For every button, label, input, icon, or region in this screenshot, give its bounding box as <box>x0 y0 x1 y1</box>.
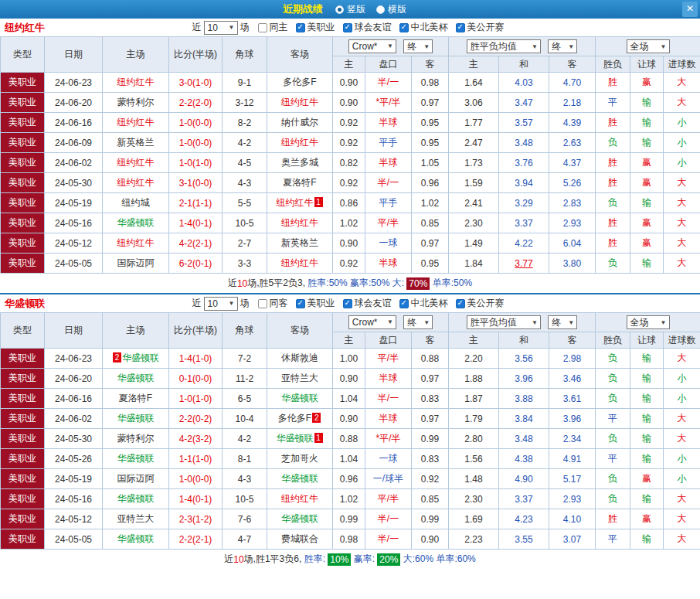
checkbox-icon[interactable] <box>258 23 267 32</box>
ah-home-odds: 0.92 <box>333 173 365 193</box>
team-name: 纽约红牛 <box>5 21 45 35</box>
final-odds-select-2[interactable]: 终▼ <box>548 39 577 53</box>
ah-away-odds: 0.97 <box>412 409 449 429</box>
match-row: 美职业24-06-20华盛顿联0-1(0-0)11-2亚特兰大0.90半球0.9… <box>1 369 700 389</box>
home-team-cell: 纽约红牛 <box>103 173 169 193</box>
away-team-link[interactable]: 纳什威尔 <box>281 117 318 128</box>
away-team-link[interactable]: 纽约红牛 <box>281 137 318 148</box>
checkbox-icon[interactable] <box>343 299 352 308</box>
home-team-link[interactable]: 华盛顿联 <box>117 217 155 228</box>
ah-away-odds: 0.99 <box>412 429 449 449</box>
home-team-link[interactable]: 华盛顿联 <box>117 453 155 464</box>
ah-away-odds: 0.83 <box>412 449 449 469</box>
col-odds-draw: 和 <box>499 56 549 73</box>
bookmaker-select[interactable]: Crow*▼ <box>348 39 396 53</box>
filter-checkbox[interactable]: 同主 <box>258 21 288 34</box>
odds-1x2-away: 2.83 <box>549 193 596 213</box>
away-team-link[interactable]: 纽约红牛 <box>281 217 318 228</box>
red-card-badge: 1 <box>314 197 323 207</box>
away-team-link[interactable]: 纽约红牛 <box>281 493 318 504</box>
home-team-link[interactable]: 国际迈阿 <box>117 473 155 484</box>
away-team-link[interactable]: 多伦多F <box>278 413 311 424</box>
filter-checkbox[interactable]: 美公开赛 <box>456 297 505 310</box>
checkbox-icon[interactable] <box>456 23 465 32</box>
home-team-cell: 纽约红牛 <box>103 73 169 93</box>
away-team-link[interactable]: 休斯敦迪 <box>281 352 318 363</box>
away-team-link[interactable]: 芝加哥火 <box>281 453 318 464</box>
match-date: 24-05-05 <box>45 254 103 274</box>
home-team-link[interactable]: 夏洛特F <box>119 393 152 403</box>
checkbox-icon[interactable] <box>399 23 409 32</box>
home-team-cell: 国际迈阿 <box>103 254 169 274</box>
filter-checkbox[interactable]: 同客 <box>258 297 288 310</box>
final-odds-select[interactable]: 终▼ <box>403 39 433 53</box>
close-button[interactable]: ✕ <box>682 2 698 17</box>
filter-checkbox[interactable]: 中北美杯 <box>399 297 448 310</box>
checkbox-icon[interactable] <box>343 23 352 32</box>
col-home: 主场 <box>103 313 169 349</box>
filter-checkbox[interactable]: 美职业 <box>296 297 335 310</box>
recent-count-select[interactable]: 10▼ <box>204 297 238 311</box>
away-team-link[interactable]: 华盛顿联 <box>281 513 318 524</box>
home-team-link[interactable]: 华盛顿联 <box>122 352 159 363</box>
away-team-cell: 华盛顿联 <box>267 509 333 529</box>
filter-checkbox[interactable]: 美职业 <box>296 21 335 34</box>
summary-segment: 10 <box>233 554 243 565</box>
home-team-cell: 华盛顿联 <box>103 213 169 233</box>
home-team-link[interactable]: 新英格兰 <box>117 137 155 148</box>
match-row: 美职业24-06-232华盛顿联1-4(1-0)7-2休斯敦迪1.00平/半0.… <box>1 349 700 369</box>
home-team-link[interactable]: 华盛顿联 <box>117 373 155 383</box>
scope-select[interactable]: 全场▼ <box>627 315 670 329</box>
home-team-link[interactable]: 纽约城 <box>122 197 150 208</box>
ah-home-odds: 0.82 <box>333 153 365 173</box>
away-team-link[interactable]: 华盛顿联 <box>277 433 314 444</box>
away-team-link[interactable]: 费城联合 <box>281 533 318 544</box>
home-team-link[interactable]: 华盛顿联 <box>117 493 155 504</box>
checkbox-icon[interactable] <box>296 299 305 308</box>
checkbox-icon[interactable] <box>258 299 267 308</box>
filter-checkbox[interactable]: 中北美杯 <box>399 21 448 34</box>
final-odds-select[interactable]: 终▼ <box>403 315 433 329</box>
home-team-link[interactable]: 纽约红牛 <box>117 157 155 168</box>
scope-select[interactable]: 全场▼ <box>627 39 670 53</box>
away-team-link[interactable]: 夏洛特F <box>283 177 316 188</box>
odds-average-select[interactable]: 胜平负均值▼ <box>467 39 541 53</box>
match-score: 3-1(0-0) <box>169 173 223 193</box>
home-team-link[interactable]: 纽约红牛 <box>117 177 155 188</box>
home-team-link[interactable]: 蒙特利尔 <box>117 97 155 107</box>
odds-1x2-away: 2.63 <box>549 133 596 153</box>
home-team-link[interactable]: 华盛顿联 <box>117 533 155 544</box>
away-team-link[interactable]: 亚特兰大 <box>281 373 318 383</box>
away-team-link[interactable]: 奥兰多城 <box>281 157 318 168</box>
away-team-link[interactable]: 纽约红牛 <box>281 257 318 268</box>
layout-radio-vertical[interactable]: 竖版 <box>335 3 365 16</box>
away-team-link[interactable]: 纽约红牛 <box>277 197 314 208</box>
filter-checkbox[interactable]: 美公开赛 <box>456 21 505 34</box>
checkbox-icon[interactable] <box>456 299 465 308</box>
ah-away-odds: 0.99 <box>412 509 449 529</box>
checkbox-icon[interactable] <box>296 23 305 32</box>
home-team-link[interactable]: 纽约红牛 <box>117 237 155 248</box>
home-team-link[interactable]: 纽约红牛 <box>117 117 155 128</box>
col-ah-home: 主 <box>333 332 365 349</box>
away-team-link[interactable]: 纽约红牛 <box>281 97 318 107</box>
final-odds-select-2[interactable]: 终▼ <box>548 315 577 329</box>
result-cell: 负 <box>596 489 630 509</box>
recent-count-select[interactable]: 10▼ <box>204 21 238 35</box>
home-team-link[interactable]: 亚特兰大 <box>117 513 155 524</box>
odds-average-select[interactable]: 胜平负均值▼ <box>467 315 541 329</box>
home-team-link[interactable]: 华盛顿联 <box>117 413 155 424</box>
filter-checkbox[interactable]: 球会友谊 <box>343 21 392 34</box>
bookmaker-select[interactable]: Crow*▼ <box>348 315 396 329</box>
handicap-cell: 输 <box>630 254 664 274</box>
away-team-link[interactable]: 多伦多F <box>283 77 316 87</box>
away-team-link[interactable]: 华盛顿联 <box>281 473 318 484</box>
home-team-link[interactable]: 纽约红牛 <box>117 77 155 87</box>
home-team-link[interactable]: 蒙特利尔 <box>117 433 155 444</box>
home-team-link[interactable]: 国际迈阿 <box>117 257 155 268</box>
checkbox-icon[interactable] <box>399 299 409 308</box>
away-team-link[interactable]: 华盛顿联 <box>281 393 318 403</box>
away-team-link[interactable]: 新英格兰 <box>281 237 318 248</box>
filter-checkbox[interactable]: 球会友谊 <box>343 297 392 310</box>
layout-radio-horizontal[interactable]: 横版 <box>376 3 406 16</box>
